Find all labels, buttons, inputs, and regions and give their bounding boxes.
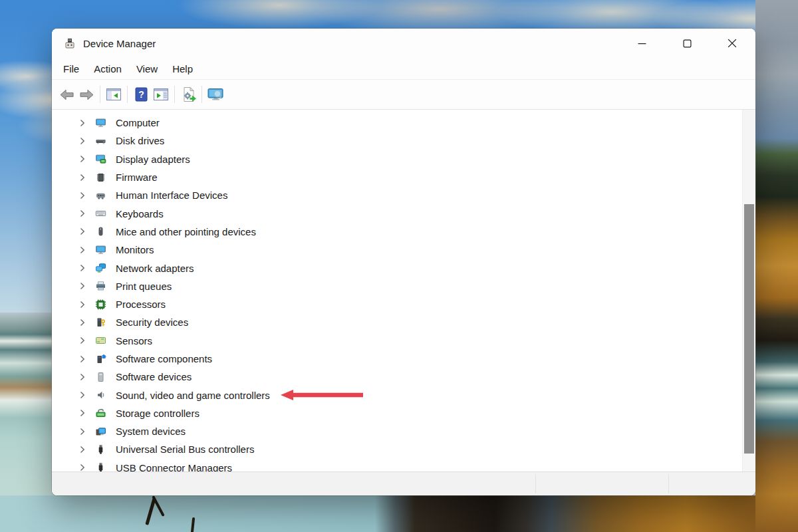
tree-item-label: Print queues xyxy=(116,281,172,292)
menu-help[interactable]: Help xyxy=(165,61,200,76)
tree-item-keyboards[interactable]: Keyboards xyxy=(52,204,743,222)
chevron-right-icon[interactable] xyxy=(77,463,88,471)
tree-item-computer[interactable]: Computer xyxy=(52,114,743,132)
tree-item-network-adapters[interactable]: Network adapters xyxy=(52,259,743,277)
menu-action[interactable]: Action xyxy=(86,61,129,76)
chevron-right-icon[interactable] xyxy=(77,136,88,146)
computer-icon xyxy=(94,118,106,128)
chevron-right-icon[interactable] xyxy=(77,408,88,418)
tree-item-software-components[interactable]: Software components xyxy=(52,350,743,368)
chevron-right-icon[interactable] xyxy=(77,281,88,291)
chevron-right-icon[interactable] xyxy=(77,191,88,200)
tree-item-label: Computer xyxy=(116,117,160,128)
security-device-icon xyxy=(94,317,106,328)
device-search-button[interactable] xyxy=(205,84,225,105)
tree-item-human-interface-devices[interactable]: Human Interface Devices xyxy=(52,186,743,204)
caption-buttons xyxy=(619,29,755,57)
chevron-right-icon[interactable] xyxy=(77,372,88,382)
chevron-right-icon[interactable] xyxy=(77,336,88,345)
menu-view[interactable]: View xyxy=(129,61,165,76)
storage-controller-icon xyxy=(94,408,106,418)
tree-item-label: Keyboards xyxy=(116,208,164,219)
status-bar-separator xyxy=(535,474,536,493)
tree-item-monitors[interactable]: Monitors xyxy=(52,241,743,259)
display-adapter-icon xyxy=(94,154,106,164)
minimize-button[interactable] xyxy=(619,29,664,57)
chevron-right-icon[interactable] xyxy=(77,445,88,454)
menu-file[interactable]: File xyxy=(56,61,86,76)
svg-text:?: ? xyxy=(138,89,144,100)
tree-item-label: Firmware xyxy=(116,172,158,183)
action-pane-icon xyxy=(153,88,169,101)
toolbar-separator xyxy=(100,86,100,103)
tree-item-label: Software components xyxy=(116,353,212,364)
chevron-right-icon[interactable] xyxy=(77,427,88,436)
tree-item-label: Security devices xyxy=(116,317,188,328)
maximize-icon xyxy=(683,39,692,48)
window-title: Device Manager xyxy=(83,38,156,49)
back-button[interactable] xyxy=(57,84,76,105)
chevron-right-icon[interactable] xyxy=(77,300,88,309)
title-bar[interactable]: Device Manager xyxy=(52,29,755,59)
printer-icon xyxy=(94,281,106,291)
scrollbar-thumb[interactable] xyxy=(744,204,754,454)
chevron-right-icon[interactable] xyxy=(77,227,88,236)
wallpaper-cliff xyxy=(755,0,798,532)
tree-item-label: Monitors xyxy=(116,244,154,255)
tree-item-label: Storage controllers xyxy=(116,408,200,419)
chevron-right-icon[interactable] xyxy=(77,209,88,218)
wallpaper-shore-bottom xyxy=(0,495,798,532)
tree-item-storage-controllers[interactable]: Storage controllers xyxy=(52,404,743,422)
toolbar-separator xyxy=(127,86,128,103)
network-adapter-icon xyxy=(94,263,106,273)
tree-item-label: Processors xyxy=(116,299,166,310)
console-tree-icon xyxy=(106,88,122,101)
tree-item-label: USB Connector Managers xyxy=(116,462,232,471)
chevron-right-icon[interactable] xyxy=(77,390,88,400)
computer-search-icon xyxy=(207,87,224,102)
show-console-tree-button[interactable] xyxy=(104,84,124,105)
sound-icon xyxy=(94,390,106,400)
chevron-right-icon[interactable] xyxy=(77,173,88,182)
device-manager-icon xyxy=(64,38,76,50)
chevron-right-icon[interactable] xyxy=(77,263,88,273)
tree-item-processors[interactable]: Processors xyxy=(52,295,743,313)
tree-item-label: Disk drives xyxy=(116,135,164,146)
tree-item-print-queues[interactable]: Print queues xyxy=(52,277,743,295)
help-button[interactable]: ? xyxy=(131,84,151,105)
tree-item-sensors[interactable]: Sensors xyxy=(52,332,743,350)
tree-item-label: System devices xyxy=(116,426,186,437)
tree-item-label: Display adapters xyxy=(116,154,190,165)
tree-item-software-devices[interactable]: Software devices xyxy=(52,368,743,386)
tree-item-firmware[interactable]: Firmware xyxy=(52,168,743,186)
tree-item-security-devices[interactable]: Security devices xyxy=(52,313,743,331)
processor-icon xyxy=(94,299,106,310)
chevron-right-icon[interactable] xyxy=(77,354,88,364)
annotation-arrow-icon xyxy=(281,389,363,401)
minimize-icon xyxy=(638,39,646,48)
scan-hardware-icon xyxy=(181,86,196,102)
vertical-scrollbar[interactable] xyxy=(742,110,755,471)
firmware-chip-icon xyxy=(94,172,106,183)
chevron-right-icon[interactable] xyxy=(77,245,88,255)
tree-item-universal-serial-bus-controllers[interactable]: Universal Serial Bus controllers xyxy=(52,440,743,458)
scan-for-hardware-changes-button[interactable] xyxy=(178,84,198,105)
keyboard-icon xyxy=(94,208,106,219)
chevron-right-icon[interactable] xyxy=(77,118,88,128)
chevron-right-icon[interactable] xyxy=(77,154,88,164)
forward-button[interactable] xyxy=(76,84,96,105)
tree-item-mice-and-other-pointing-devices[interactable]: Mice and other pointing devices xyxy=(52,223,743,241)
close-icon xyxy=(728,39,737,48)
tree-item-usb-connector-managers[interactable]: USB Connector Managers xyxy=(52,459,743,471)
desktop: { "window": { "title": "Device Manager",… xyxy=(0,0,798,532)
show-action-pane-button[interactable] xyxy=(151,84,171,105)
maximize-button[interactable] xyxy=(664,29,710,57)
tree-item-disk-drives[interactable]: Disk drives xyxy=(52,132,743,150)
tree-item-label: Sensors xyxy=(116,335,152,346)
device-tree: ComputerDisk drivesDisplay adaptersFirmw… xyxy=(52,114,743,471)
tree-item-sound-video-and-game-controllers[interactable]: Sound, video and game controllers xyxy=(52,386,743,404)
chevron-right-icon[interactable] xyxy=(77,318,88,327)
close-button[interactable] xyxy=(710,29,755,57)
tree-item-system-devices[interactable]: System devices xyxy=(52,422,743,440)
tree-item-display-adapters[interactable]: Display adapters xyxy=(52,150,743,168)
